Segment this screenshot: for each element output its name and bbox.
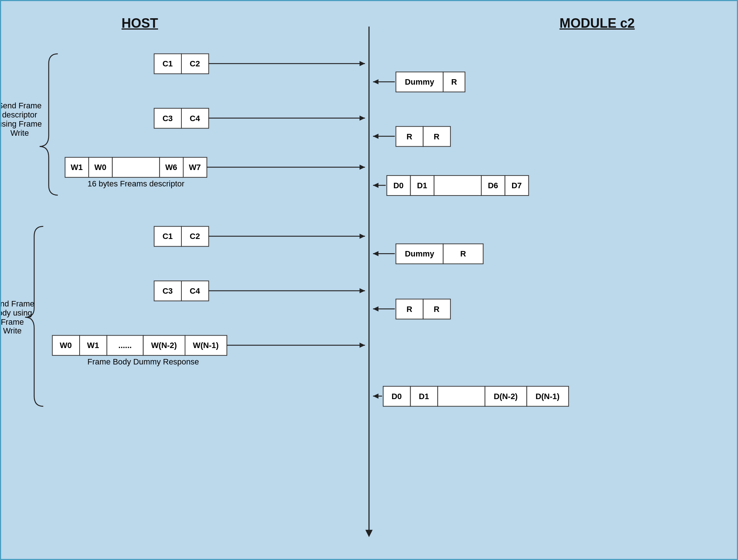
svg-text:Send Frame: Send Frame [1,101,42,110]
svg-text:C1: C1 [162,232,173,241]
svg-text:D1: D1 [419,392,429,401]
svg-text:Write: Write [3,326,22,335]
diagram-svg: C1 C2 Dummy R C3 C4 R R W1 W0 [1,1,737,559]
svg-text:W1: W1 [71,163,83,172]
svg-rect-4 [181,54,209,74]
svg-rect-81 [107,335,143,355]
svg-rect-53 [154,227,181,247]
svg-marker-25 [373,134,378,139]
svg-text:Write: Write [10,128,29,138]
svg-text:C1: C1 [162,59,173,68]
svg-text:R: R [434,132,439,141]
svg-marker-76 [373,306,378,312]
svg-rect-40 [411,175,434,196]
svg-rect-45 [505,175,529,196]
svg-rect-14 [154,108,181,128]
svg-rect-16 [181,108,209,128]
svg-rect-95 [485,386,527,406]
svg-rect-77 [52,335,80,355]
main-container: HOST MODULE c2 C1 C2 Dummy R C3 C4 [0,0,738,560]
svg-text:D0: D0 [392,392,402,401]
svg-rect-73 [423,299,450,319]
svg-rect-26 [65,157,89,177]
svg-text:D(N-2): D(N-2) [494,392,518,401]
svg-text:D6: D6 [488,181,498,190]
svg-rect-31 [159,157,183,177]
svg-text:C3: C3 [162,286,173,296]
svg-text:C4: C4 [190,114,200,123]
svg-rect-10 [443,72,465,92]
svg-marker-36 [360,165,365,170]
svg-text:Dummy: Dummy [405,77,434,86]
svg-text:C2: C2 [190,232,200,241]
svg-text:Frame: Frame [1,317,24,327]
svg-rect-30 [112,157,159,177]
svg-text:W7: W7 [189,163,201,172]
svg-rect-65 [154,281,181,301]
svg-marker-1 [365,530,373,537]
svg-text:Send Frame: Send Frame [1,299,34,308]
svg-text:D1: D1 [417,181,427,190]
svg-text:using Frame: using Frame [1,119,42,128]
svg-rect-67 [181,281,209,301]
svg-rect-42 [434,175,481,196]
svg-text:W6: W6 [165,163,177,172]
svg-rect-85 [185,335,227,355]
svg-text:C2: C2 [190,59,200,68]
svg-text:D(N-1): D(N-1) [535,392,560,401]
svg-text:R: R [451,77,457,86]
svg-rect-2 [154,54,181,74]
svg-marker-13 [373,79,378,84]
svg-text:D7: D7 [511,181,522,190]
svg-text:16 bytes Freams descriptor: 16 bytes Freams descriptor [88,179,184,188]
svg-rect-61 [443,244,483,264]
svg-rect-59 [396,244,443,264]
svg-marker-19 [360,116,365,121]
svg-text:descriptor: descriptor [2,110,37,119]
svg-text:......: ...... [118,341,132,350]
svg-marker-7 [360,61,365,66]
svg-text:C4: C4 [190,286,200,296]
svg-rect-28 [89,157,112,177]
svg-marker-58 [360,233,365,239]
svg-rect-79 [80,335,107,355]
svg-rect-33 [183,157,207,177]
svg-text:C3: C3 [162,114,173,123]
svg-text:W(N-1): W(N-1) [193,341,219,350]
host-title: HOST [122,16,158,31]
svg-text:W0: W0 [94,163,106,172]
svg-text:W(N-2): W(N-2) [151,341,177,350]
svg-marker-100 [373,394,378,399]
svg-rect-83 [143,335,185,355]
svg-text:W1: W1 [87,341,99,350]
svg-text:R: R [407,132,412,141]
svg-rect-71 [396,299,423,319]
svg-rect-8 [396,72,443,92]
svg-text:Dummy: Dummy [405,249,434,258]
svg-marker-70 [360,288,365,293]
module-title: MODULE c2 [560,16,635,31]
svg-rect-38 [387,175,411,196]
svg-text:R: R [434,305,439,314]
svg-rect-43 [481,175,505,196]
svg-marker-88 [360,343,365,348]
svg-text:W0: W0 [60,341,72,350]
svg-rect-55 [181,227,209,247]
svg-rect-94 [438,386,485,406]
svg-text:Body using: Body using [1,308,32,317]
svg-rect-20 [396,127,423,147]
svg-rect-90 [383,386,411,406]
svg-text:Frame Body Dummy Response: Frame Body Dummy Response [88,357,199,366]
svg-marker-64 [373,251,378,256]
svg-rect-92 [411,386,438,406]
svg-marker-48 [373,183,378,188]
svg-rect-97 [527,386,569,406]
svg-text:R: R [460,249,466,258]
svg-rect-22 [423,127,450,147]
svg-text:R: R [407,305,412,314]
svg-text:D0: D0 [393,181,404,190]
